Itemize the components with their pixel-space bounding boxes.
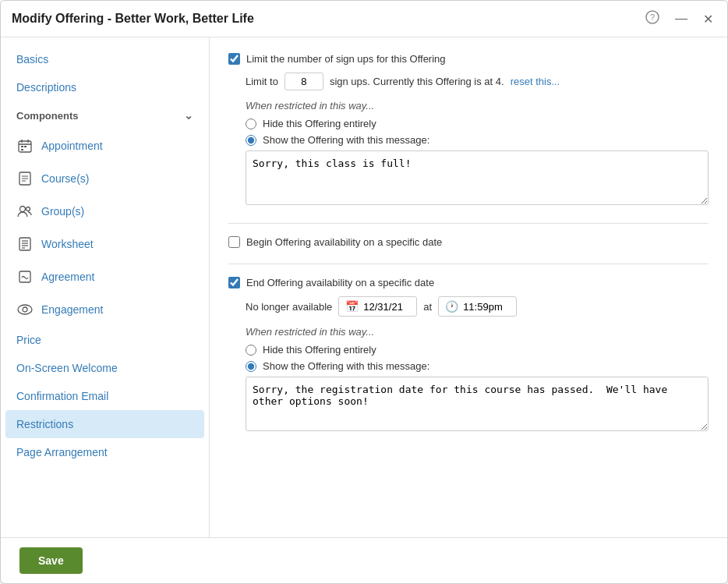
- hide-offering-radio-row-2: Hide this Offering entirely: [246, 344, 709, 356]
- svg-rect-15: [19, 238, 30, 250]
- when-restricted-label-2: When restricted in this way...: [246, 326, 709, 338]
- sidebar-item-basics[interactable]: Basics: [1, 45, 209, 73]
- hide-offering-label-2: Hide this Offering entirely: [263, 344, 376, 356]
- begin-availability-checkbox-row: Begin Offering availability on a specifi…: [228, 236, 709, 248]
- end-availability-label: End Offering availability on a specific …: [246, 277, 434, 288]
- groups-icon: [16, 203, 34, 220]
- sidebar: Basics Descriptions Components ⌄: [1, 37, 210, 537]
- groups-label: Group(s): [41, 205, 84, 218]
- show-message-label-1: Show the Offering with this message:: [263, 134, 429, 146]
- sidebar-item-courses[interactable]: Course(s): [1, 162, 209, 195]
- hide-offering-label-1: Hide this Offering entirely: [263, 118, 376, 129]
- content-area: Basics Descriptions Components ⌄: [1, 37, 727, 537]
- window-title: Modify Offering - Better Work, Better Li…: [12, 12, 254, 26]
- engagement-icon: [16, 301, 34, 318]
- sidebar-item-confirmation-email[interactable]: Confirmation Email: [1, 382, 209, 410]
- restrictions-label: Restrictions: [16, 418, 73, 430]
- divider-1: [228, 223, 709, 224]
- end-availability-checkbox[interactable]: [228, 277, 240, 288]
- reset-link[interactable]: reset this...: [511, 76, 560, 87]
- end-availability-section: End Offering availability on a specific …: [228, 277, 709, 434]
- svg-point-21: [18, 305, 32, 314]
- components-label: Components: [16, 110, 78, 122]
- save-button[interactable]: Save: [19, 547, 83, 574]
- limit-signups-checkbox-row: Limit the number of sign ups for this Of…: [228, 53, 709, 65]
- show-message-label-2: Show the Offering with this message:: [263, 360, 429, 372]
- begin-availability-checkbox[interactable]: [228, 236, 240, 248]
- chevron-down-icon: ⌄: [184, 109, 193, 122]
- hide-offering-radio-row-1: Hide this Offering entirely: [246, 118, 709, 129]
- time-field[interactable]: [463, 301, 510, 313]
- courses-label: Course(s): [41, 172, 89, 185]
- sidebar-item-price[interactable]: Price: [1, 326, 209, 354]
- limit-to-prefix: Limit to: [246, 76, 278, 87]
- sidebar-item-restrictions[interactable]: Restrictions: [5, 410, 204, 438]
- basics-label: Basics: [16, 53, 48, 65]
- show-message-radio-2[interactable]: [246, 361, 256, 372]
- main-window: Modify Offering - Better Work, Better Li…: [0, 0, 728, 584]
- sidebar-item-page-arrangement[interactable]: Page Arrangement: [1, 438, 209, 466]
- sidebar-item-groups[interactable]: Group(s): [1, 195, 209, 228]
- sidebar-item-appointment[interactable]: Appointment: [1, 129, 209, 162]
- main-content: Limit the number of sign ups for this Of…: [210, 37, 727, 537]
- appointment-icon: [16, 137, 34, 154]
- svg-point-13: [20, 207, 26, 212]
- svg-point-14: [27, 207, 30, 211]
- svg-point-22: [23, 307, 27, 312]
- show-message-radio-row-2: Show the Offering with this message:: [246, 360, 709, 372]
- date-field[interactable]: [363, 301, 410, 313]
- end-message-textarea[interactable]: Sorry, the registration date for this co…: [246, 377, 709, 431]
- begin-availability-label: Begin Offering availability on a specifi…: [246, 236, 442, 248]
- confirmation-email-label: Confirmation Email: [16, 390, 108, 402]
- hide-offering-radio-1[interactable]: [246, 119, 256, 129]
- date-input-wrapper[interactable]: 📅: [338, 296, 417, 317]
- svg-rect-6: [21, 146, 23, 147]
- minimize-button[interactable]: —: [672, 10, 691, 27]
- sidebar-item-on-screen-welcome[interactable]: On-Screen Welcome: [1, 354, 209, 382]
- window-controls: ? — ✕: [642, 9, 716, 29]
- engagement-label: Engagement: [41, 303, 103, 316]
- limit-message-textarea[interactable]: Sorry, this class is full!: [246, 150, 709, 205]
- sidebar-item-agreement[interactable]: Agreement: [1, 260, 209, 293]
- close-button[interactable]: ✕: [700, 10, 716, 28]
- show-message-radio-1[interactable]: [246, 135, 256, 146]
- hide-offering-radio-2[interactable]: [246, 345, 256, 356]
- svg-rect-7: [21, 149, 23, 150]
- at-label: at: [423, 301, 432, 313]
- agreement-label: Agreement: [41, 271, 94, 283]
- limit-to-row: Limit to sign ups. Currently this Offeri…: [246, 73, 709, 90]
- limit-to-suffix: sign ups. Currently this Offering is at …: [330, 76, 504, 87]
- worksheet-label: Worksheet: [41, 238, 94, 250]
- on-screen-welcome-label: On-Screen Welcome: [16, 362, 118, 374]
- begin-availability-section: Begin Offering availability on a specifi…: [228, 236, 709, 248]
- sidebar-item-descriptions[interactable]: Descriptions: [1, 73, 209, 101]
- clock-icon: 🕐: [445, 300, 458, 313]
- no-longer-label: No longer available: [246, 301, 332, 313]
- svg-rect-8: [24, 146, 27, 147]
- sidebar-item-worksheet[interactable]: Worksheet: [1, 228, 209, 260]
- time-input-wrapper[interactable]: 🕐: [438, 296, 517, 317]
- calendar-icon: 📅: [345, 300, 359, 313]
- courses-icon: [16, 170, 34, 187]
- end-availability-checkbox-row: End Offering availability on a specific …: [228, 277, 709, 288]
- limit-message-wrapper: Sorry, this class is full!: [246, 150, 709, 207]
- limit-signups-section: Limit the number of sign ups for this Of…: [228, 53, 709, 207]
- worksheet-icon: [16, 235, 34, 253]
- sidebar-item-engagement[interactable]: Engagement: [1, 293, 209, 326]
- descriptions-label: Descriptions: [16, 81, 76, 94]
- sidebar-components-header[interactable]: Components ⌄: [1, 101, 209, 129]
- appointment-label: Appointment: [41, 140, 103, 152]
- limit-value-input[interactable]: [284, 73, 323, 90]
- svg-text:?: ?: [650, 12, 655, 22]
- limit-signups-checkbox[interactable]: [228, 53, 240, 65]
- limit-signups-label: Limit the number of sign ups for this Of…: [246, 53, 446, 65]
- divider-2: [228, 264, 709, 264]
- show-message-radio-row-1: Show the Offering with this message:: [246, 134, 709, 146]
- price-label: Price: [16, 334, 41, 346]
- no-longer-available-row: No longer available 📅 at 🕐: [246, 296, 709, 317]
- help-button[interactable]: ?: [642, 9, 663, 29]
- footer-bar: Save: [1, 537, 727, 583]
- when-restricted-label-1: When restricted in this way...: [246, 100, 709, 111]
- agreement-icon: [16, 268, 34, 285]
- end-message-wrapper: Sorry, the registration date for this co…: [246, 377, 709, 434]
